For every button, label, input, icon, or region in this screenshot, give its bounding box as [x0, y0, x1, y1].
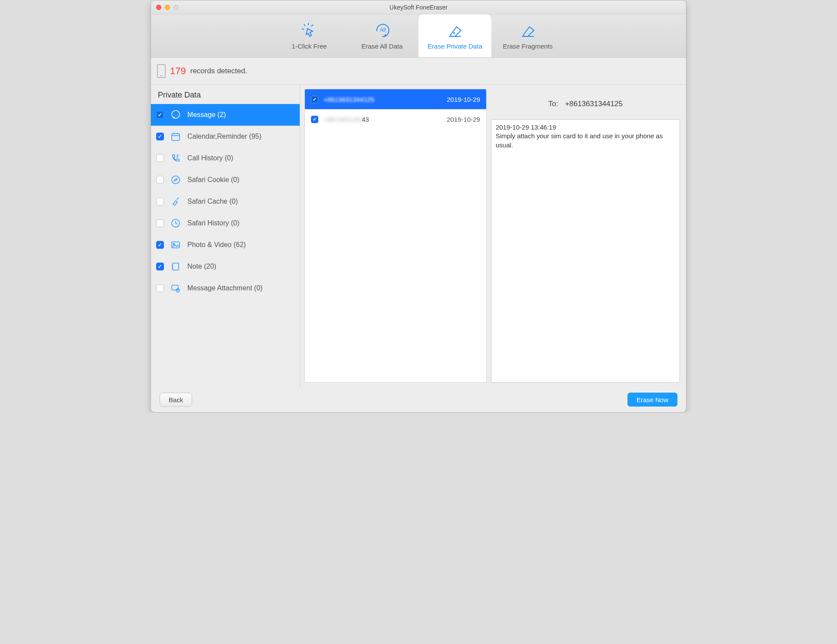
checkbox[interactable]: [156, 111, 164, 119]
checkbox[interactable]: [156, 263, 164, 270]
message-date: 2019-10-29: [447, 116, 480, 123]
sidebar-item-label: Message Attachment (0): [187, 284, 262, 292]
clock-icon: [170, 218, 181, 229]
sidebar: Private Data Message (2) Calendar,Remind…: [151, 85, 300, 387]
message-number: +8613631344125: [324, 96, 441, 103]
checkbox[interactable]: [156, 241, 164, 249]
sidebar-item-label: Call History (0): [187, 154, 233, 162]
detail-content: 2019-10-29 13:46:19 Simply attach your s…: [491, 119, 680, 383]
records-text: records detected.: [190, 67, 247, 75]
sidebar-item-label: Note (20): [187, 263, 216, 270]
message-list: +8613631344125 2019-10-29 +861363120243 …: [304, 89, 487, 383]
svg-point-13: [172, 176, 180, 184]
app-window: UkeySoft FoneEraser 1-Click Free All Era…: [150, 0, 687, 413]
sidebar-item-label: Message (2): [187, 111, 226, 119]
message-date: 2019-10-29: [447, 96, 480, 103]
checkbox[interactable]: [156, 198, 164, 205]
sidebar-item-label: Safari Cookie (0): [187, 176, 239, 184]
sidebar-item-safari-cookie[interactable]: Safari Cookie (0): [151, 169, 300, 191]
checkbox[interactable]: [156, 219, 164, 227]
message-list-panel: +8613631344125 2019-10-29 +861363120243 …: [300, 85, 487, 387]
detail-recipient: To: +8613631344125: [491, 89, 680, 119]
checkbox[interactable]: [311, 96, 318, 103]
sidebar-item-safari-cache[interactable]: Safari Cache (0): [151, 191, 300, 212]
titlebar: UkeySoft FoneEraser: [151, 0, 686, 14]
image-icon: [170, 239, 181, 250]
sidebar-item-label: Safari Cache (0): [187, 198, 238, 205]
tab-label: 1-Click Free: [292, 42, 327, 50]
main-toolbar: 1-Click Free All Erase All Data Erase Pr…: [151, 14, 686, 58]
svg-point-8: [177, 114, 177, 114]
tab-erase-all[interactable]: All Erase All Data: [346, 14, 418, 57]
svg-point-6: [173, 114, 174, 114]
svg-point-16: [173, 244, 175, 245]
sidebar-item-photo-video[interactable]: Photo & Video (62): [151, 234, 300, 256]
main-body: Private Data Message (2) Calendar,Remind…: [151, 85, 686, 387]
detail-panel: To: +8613631344125 2019-10-29 13:46:19 S…: [487, 85, 686, 387]
sidebar-item-calendar[interactable]: Calendar,Reminder (95): [151, 126, 300, 147]
sidebar-item-label: Calendar,Reminder (95): [187, 133, 262, 140]
sidebar-item-call-history[interactable]: Call History (0): [151, 147, 300, 169]
status-bar: 179 records detected.: [151, 58, 686, 85]
eraser-active-icon: [445, 22, 464, 39]
sidebar-item-note[interactable]: Note (20): [151, 256, 300, 277]
checkbox[interactable]: [156, 176, 164, 184]
svg-rect-17: [173, 263, 179, 270]
message-row[interactable]: +861363120243 2019-10-29: [305, 109, 486, 129]
checkbox[interactable]: [156, 284, 164, 292]
sidebar-title: Private Data: [151, 85, 300, 104]
detail-to-label: To:: [548, 100, 558, 108]
message-number: +861363120243: [324, 116, 441, 123]
eraser-icon: [518, 22, 537, 39]
detail-to-number: +8613631344125: [565, 100, 623, 108]
svg-rect-9: [172, 133, 180, 140]
compass-icon: [170, 174, 181, 185]
detail-body: Simply attach your sim card to it and us…: [496, 132, 675, 150]
erase-now-button[interactable]: Erase Now: [628, 393, 677, 407]
sidebar-item-message-attachment[interactable]: Message Attachment (0): [151, 277, 300, 299]
sidebar-item-safari-history[interactable]: Safari History (0): [151, 212, 300, 234]
svg-point-1: [385, 35, 387, 37]
back-button[interactable]: Back: [160, 393, 192, 407]
calendar-icon: [170, 131, 181, 142]
tab-label: Erase Private Data: [428, 42, 482, 50]
svg-point-7: [175, 114, 176, 114]
tab-label: Erase Fragments: [503, 42, 553, 50]
message-row[interactable]: +8613631344125 2019-10-29: [305, 89, 486, 109]
svg-text:All: All: [380, 27, 386, 33]
window-title: UkeySoft FoneEraser: [151, 4, 686, 11]
erase-all-icon: All: [373, 22, 392, 39]
detail-timestamp: 2019-10-29 13:46:19: [496, 123, 675, 132]
attachment-icon: [170, 283, 181, 294]
footer: Back Erase Now: [151, 387, 686, 412]
brush-icon: [170, 196, 181, 207]
svg-rect-21: [172, 285, 178, 290]
cursor-click-icon: [300, 22, 319, 39]
records-count: 179: [170, 65, 186, 77]
sidebar-item-message[interactable]: Message (2): [151, 104, 300, 126]
tab-erase-private[interactable]: Erase Private Data: [418, 14, 491, 57]
phone-icon: [170, 153, 181, 164]
phone-device-icon: [157, 64, 166, 78]
tab-label: Erase All Data: [361, 42, 402, 50]
note-icon: [170, 261, 181, 272]
tab-erase-fragments[interactable]: Erase Fragments: [491, 14, 564, 57]
checkbox[interactable]: [156, 154, 164, 162]
sidebar-item-label: Photo & Video (62): [187, 241, 246, 249]
checkbox[interactable]: [156, 133, 164, 140]
message-icon: [170, 109, 181, 120]
tab-1click-free[interactable]: 1-Click Free: [273, 14, 346, 57]
checkbox[interactable]: [311, 116, 318, 123]
svg-point-3: [453, 32, 455, 34]
sidebar-item-label: Safari History (0): [187, 219, 239, 227]
